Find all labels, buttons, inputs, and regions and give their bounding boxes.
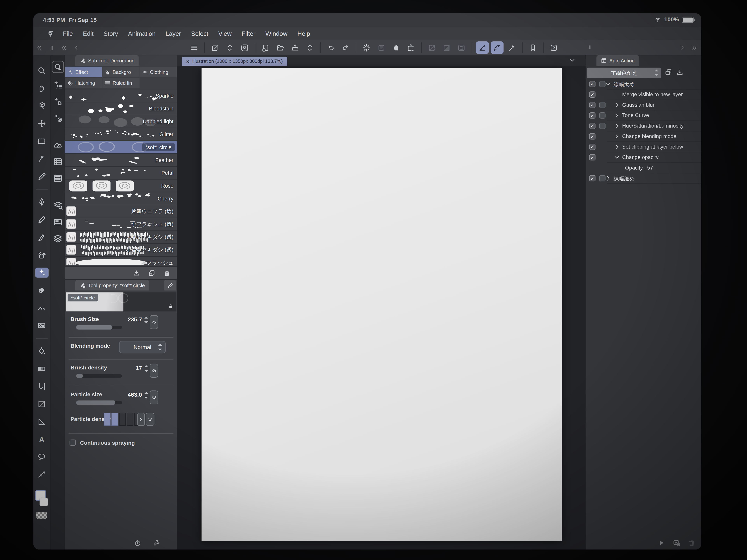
particle-size-stepper[interactable]: [144, 392, 149, 399]
add-action-icon[interactable]: [673, 539, 680, 546]
chevron-right-icon[interactable]: [614, 133, 620, 140]
brush-size-stepper[interactable]: [144, 317, 149, 323]
brush-row[interactable]: 大爆発フキダシ (透): [65, 231, 177, 244]
action-enabled-checkbox[interactable]: ✓: [589, 175, 595, 181]
tool-fill[interactable]: [35, 346, 48, 356]
tool-pen[interactable]: [35, 197, 48, 207]
cmd-droplet-button[interactable]: [390, 42, 403, 54]
action-enabled-checkbox[interactable]: ✓: [589, 112, 595, 118]
menu-item-filter[interactable]: Filter: [241, 30, 255, 37]
particle-size-dynamics-button[interactable]: [150, 391, 158, 404]
cmd-invert-selection-button[interactable]: [440, 42, 453, 54]
menu-item-layer[interactable]: Layer: [165, 30, 181, 37]
particle-density-dynamics-button[interactable]: [146, 413, 154, 426]
cmd-snap-special-ruler-button[interactable]: [491, 42, 504, 54]
cmd-deselect-button[interactable]: [426, 42, 438, 54]
tool-zoom[interactable]: [35, 66, 48, 76]
brush-row[interactable]: 小フラッシュ (透): [65, 218, 177, 231]
auto-action-row[interactable]: ✓Change blending mode: [586, 131, 701, 142]
tool-frame-border[interactable]: [35, 399, 48, 409]
menu-item-story[interactable]: Story: [103, 30, 118, 37]
group-tab-effect[interactable]: Effect: [66, 67, 102, 77]
auto-action-row[interactable]: ✓Tone Curve: [586, 110, 701, 121]
brush-density-slider[interactable]: [76, 374, 122, 378]
cmd-snap-grid-button[interactable]: [506, 42, 518, 54]
tool-figure[interactable]: [35, 320, 48, 330]
copy-set-icon[interactable]: [665, 69, 672, 76]
brush-stroke-preview[interactable]: *soft* circle: [66, 292, 176, 312]
palette-layer-property-tab[interactable]: [53, 217, 62, 227]
menu-item-window[interactable]: Window: [265, 30, 287, 37]
brush-size-slider[interactable]: [76, 326, 122, 329]
brush-row[interactable]: Dappled light: [65, 115, 177, 128]
palette-layer-search-tab[interactable]: [53, 201, 62, 210]
brush-size-dynamics-button[interactable]: [150, 315, 158, 329]
particle-density-expand-button[interactable]: [137, 413, 145, 426]
collapse-left-icon[interactable]: [36, 44, 43, 51]
wrench-icon[interactable]: [153, 539, 160, 546]
particle-size-slider[interactable]: [76, 401, 122, 404]
particle-density-segment[interactable]: [127, 413, 133, 426]
clip-studio-logo-icon[interactable]: [46, 29, 55, 38]
tool-decoration[interactable]: [35, 268, 48, 277]
chevron-left-icon[interactable]: [73, 44, 80, 51]
cmd-redo-button[interactable]: [339, 42, 352, 54]
group-tab-clothing[interactable]: Clothing: [140, 67, 177, 77]
panel-menu-icon[interactable]: [588, 57, 595, 64]
action-enabled-checkbox[interactable]: ✓: [589, 91, 595, 98]
chevron-down-icon[interactable]: [614, 154, 620, 160]
tool-spray[interactable]: [35, 250, 48, 260]
expand-right-icon[interactable]: [691, 44, 697, 51]
chevron-down-icon[interactable]: [605, 81, 611, 87]
palette-tool-property-tab[interactable]: [53, 96, 62, 106]
auto-action-tab[interactable]: Auto Action: [596, 55, 639, 66]
particle-density-segment[interactable]: [111, 413, 118, 426]
brush-row[interactable]: Cherry: [65, 192, 177, 205]
cmd-help-button[interactable]: ?: [547, 42, 560, 54]
chevron-right-icon[interactable]: [614, 144, 620, 150]
trash-icon[interactable]: [163, 269, 171, 276]
collapse-left-icon[interactable]: [61, 44, 67, 51]
tool-property-side-tab[interactable]: [164, 280, 176, 291]
cmd-menu-button[interactable]: [188, 42, 201, 54]
action-enabled-checkbox[interactable]: ✓: [589, 133, 595, 140]
palette-layer-tab[interactable]: [53, 234, 62, 244]
cmd-chevrons-updown-button[interactable]: [304, 42, 316, 54]
cmd-undo-button[interactable]: [325, 42, 337, 54]
tool-gradient[interactable]: [35, 364, 48, 374]
menu-item-help[interactable]: Help: [298, 30, 310, 37]
cmd-save-button[interactable]: [289, 42, 302, 54]
auto-action-row[interactable]: ✓Change opacity: [586, 153, 701, 163]
group-tab-ruled-lin[interactable]: Ruled lin: [103, 78, 139, 88]
continuous-spraying-checkbox[interactable]: [70, 439, 76, 446]
auto-action-row[interactable]: ✓線幅太め: [586, 79, 701, 90]
brush-row[interactable]: Rose: [65, 180, 177, 192]
cmd-csp-app-button[interactable]: [238, 42, 251, 54]
tool-property-tab[interactable]: Tool property: *soft* circle: [75, 280, 149, 291]
brush-density-value[interactable]: 17: [113, 365, 142, 371]
duplicate-icon[interactable]: [148, 269, 155, 276]
tool-object[interactable]: [35, 101, 48, 111]
palette-brush-shape-tab[interactable]: [53, 113, 62, 123]
action-pause-checkbox[interactable]: [599, 102, 606, 108]
tool-eraser[interactable]: [35, 285, 48, 295]
cmd-keyboard-button[interactable]: [526, 42, 539, 54]
brush-row[interactable]: *soft* circle: [65, 141, 177, 154]
tool-text[interactable]: A: [35, 434, 48, 444]
action-enabled-checkbox[interactable]: ✓: [589, 102, 595, 108]
cmd-snap-ruler-button[interactable]: [476, 42, 489, 54]
action-enabled-checkbox[interactable]: ✓: [589, 144, 595, 150]
action-enabled-checkbox[interactable]: ✓: [589, 123, 595, 129]
brush-row[interactable]: Feather: [65, 154, 177, 167]
tool-liquify[interactable]: [35, 381, 48, 392]
tool-auto-select[interactable]: [35, 154, 48, 164]
brush-row[interactable]: Petal: [65, 167, 177, 180]
cmd-pen-square-button[interactable]: [209, 42, 222, 54]
brush-row[interactable]: 小フラッシュ: [65, 257, 177, 265]
tool-hand[interactable]: [35, 83, 48, 93]
particle-density-segments[interactable]: [104, 413, 141, 426]
menu-item-select[interactable]: Select: [191, 30, 208, 37]
auto-action-row[interactable]: ✓Gaussian blur: [586, 100, 701, 110]
import-tray-icon[interactable]: [133, 269, 140, 276]
sub-color-swatch[interactable]: [39, 498, 48, 506]
